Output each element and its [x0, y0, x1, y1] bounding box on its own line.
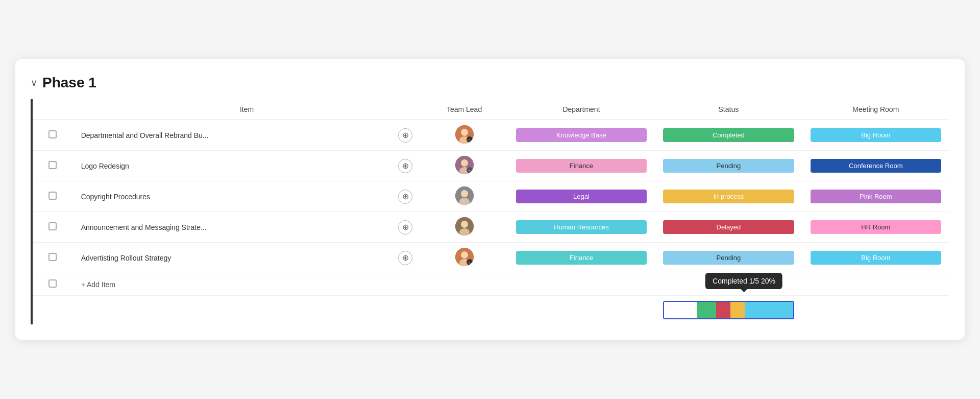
item-name: Announcement and Messaging Strate...: [81, 223, 394, 231]
summary-empty-2: [421, 296, 507, 325]
row-checkbox[interactable]: [48, 192, 57, 200]
add-item-checkbox[interactable]: [48, 279, 57, 288]
room-cell: Conference Room: [802, 151, 949, 181]
svg-point-13: [461, 251, 468, 259]
department-cell: Finance: [508, 243, 655, 273]
table-row: Announcement and Messaging Strate...⊕Hum…: [33, 212, 949, 243]
room-badge: Pink Room: [811, 190, 941, 203]
phase-title: Phase 1: [42, 75, 96, 91]
item-cell: Copyright Procedures⊕: [73, 181, 421, 212]
header-meetingroom: Meeting Room: [802, 99, 949, 120]
progress-segment-0: [664, 302, 696, 318]
checkbox-cell: [33, 243, 73, 273]
progress-segment-1: [697, 302, 716, 318]
department-badge: Finance: [516, 159, 647, 173]
status-badge: Pending: [663, 159, 794, 173]
summary-empty-3: [508, 296, 655, 325]
header-item: Item: [73, 99, 421, 120]
department-cell: Finance: [508, 151, 655, 181]
status-badge: Delayed: [663, 220, 794, 234]
department-badge: Knowledge Base: [516, 128, 647, 142]
team-lead-cell: [421, 212, 507, 243]
department-cell: Human Resources: [508, 212, 655, 243]
status-badge: Completed: [663, 128, 794, 142]
avatar-badge-icon: ⌂: [467, 136, 473, 143]
department-badge: Human Resources: [516, 220, 647, 234]
checkbox-cell: [33, 151, 73, 181]
checkbox-cell: [33, 120, 73, 151]
item-name: Advertisting Rollout Strategy: [81, 254, 394, 262]
main-table: Item Team Lead Department Status Meeting…: [33, 99, 949, 324]
avatar: ⌂: [455, 125, 474, 144]
room-cell: Big Room: [802, 243, 949, 273]
checkbox-cell: [33, 181, 73, 212]
summary-empty-last: [802, 296, 949, 325]
page-container: ∨ Phase 1 Item Team Lead Department Stat…: [15, 59, 965, 340]
chevron-icon[interactable]: ∨: [31, 77, 37, 88]
summary-row: Completed 1/5 20%: [33, 296, 949, 325]
progress-segment-2: [716, 302, 730, 318]
status-cell: Delayed: [655, 212, 802, 243]
room-cell: Pink Room: [802, 181, 949, 212]
status-cell: In process: [655, 181, 802, 212]
team-lead-cell: ⌂: [421, 243, 507, 273]
row-checkbox[interactable]: [48, 222, 57, 230]
team-lead-cell: ⌂: [421, 120, 507, 151]
avatar: ⌂: [455, 248, 474, 266]
add-item-cell[interactable]: + Add Item: [73, 273, 949, 296]
table-row: Logo Redesign⊕−FinancePendingConference …: [33, 151, 949, 181]
item-cell: Advertisting Rollout Strategy⊕: [73, 243, 421, 273]
item-name: Departmental and Overall Rebrand Bu...: [81, 131, 394, 139]
row-checkbox[interactable]: [48, 130, 57, 138]
status-cell: Pending: [655, 151, 802, 181]
room-badge: Big Room: [811, 251, 941, 265]
header-status: Status: [655, 99, 802, 120]
header-department: Department: [508, 99, 655, 120]
department-badge: Legal: [516, 190, 647, 203]
table-header-row: Item Team Lead Department Status Meeting…: [33, 99, 949, 120]
header-checkbox: [33, 99, 73, 120]
phase-header: ∨ Phase 1: [31, 75, 949, 91]
avatar: [455, 186, 474, 205]
progress-cell: Completed 1/5 20%: [655, 296, 802, 325]
status-cell: Pending: [655, 243, 802, 273]
room-cell: Big Room: [802, 120, 949, 151]
svg-point-4: [461, 159, 468, 167]
item-cell: Announcement and Messaging Strate...⊕: [73, 212, 421, 243]
summary-empty-0: [33, 296, 73, 325]
table-row: Departmental and Overall Rebrand Bu...⊕⌂…: [33, 120, 949, 151]
progress-bar: [663, 301, 794, 319]
add-subitem-icon[interactable]: ⊕: [398, 190, 412, 204]
progress-segment-4: [745, 302, 793, 318]
table-row: Advertisting Rollout Strategy⊕⌂FinancePe…: [33, 243, 949, 273]
status-badge: In process: [663, 190, 794, 203]
checkbox-cell: [33, 212, 73, 243]
status-badge: Pending: [663, 251, 794, 265]
header-teamlead: Team Lead: [421, 99, 507, 120]
add-subitem-icon[interactable]: ⊕: [398, 128, 412, 143]
item-name: Logo Redesign: [81, 162, 394, 170]
add-subitem-icon[interactable]: ⊕: [398, 220, 412, 234]
room-badge: HR Room: [811, 220, 941, 234]
status-cell: Completed: [655, 120, 802, 151]
team-lead-cell: [421, 181, 507, 212]
room-badge: Big Room: [811, 128, 941, 142]
table-wrapper: Item Team Lead Department Status Meeting…: [31, 99, 949, 324]
team-lead-cell: −: [421, 151, 507, 181]
progress-segment-3: [730, 302, 745, 318]
avatar-badge-icon: ⌂: [467, 259, 473, 265]
add-item-row: + Add Item: [33, 273, 949, 296]
add-subitem-icon[interactable]: ⊕: [398, 159, 412, 173]
item-cell: Departmental and Overall Rebrand Bu...⊕: [73, 120, 421, 151]
add-item-label[interactable]: + Add Item: [81, 280, 115, 289]
department-cell: Knowledge Base: [508, 120, 655, 151]
avatar: [455, 217, 474, 236]
row-checkbox[interactable]: [48, 253, 57, 261]
add-subitem-icon[interactable]: ⊕: [398, 251, 412, 265]
row-checkbox[interactable]: [48, 161, 57, 169]
avatar-badge-icon: −: [467, 167, 473, 173]
progress-tooltip: Completed 1/5 20%: [705, 273, 782, 289]
svg-point-1: [461, 129, 468, 136]
add-item-checkbox-cell: [33, 273, 73, 296]
item-cell: Logo Redesign⊕: [73, 151, 421, 181]
